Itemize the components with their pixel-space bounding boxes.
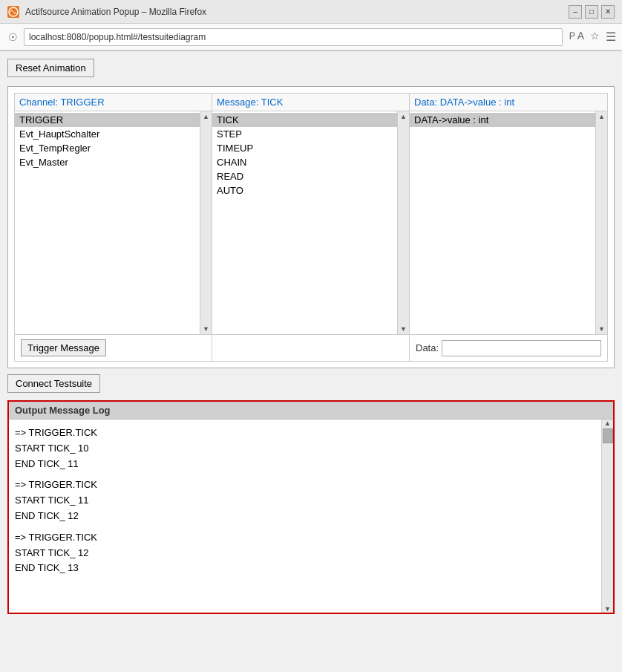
scroll-up-icon[interactable]: ▲ — [400, 113, 407, 120]
log-line: END TICK_ 13 — [15, 561, 595, 576]
data-column: Data: DATA->value : int DATA->value : in… — [410, 94, 607, 334]
log-line: => TRIGGER.TICK — [15, 530, 595, 546]
message-scrollbar[interactable]: ▲ ▼ — [397, 111, 409, 334]
close-button[interactable]: ✕ — [601, 5, 615, 19]
log-group: => TRIGGER.TICKSTART TICK_ 12END TICK_ 1… — [15, 530, 595, 576]
selector-panel: Channel: TRIGGER TRIGGEREvt_HauptSchalte… — [7, 86, 615, 368]
message-list-item[interactable]: READ — [212, 169, 397, 183]
channel-list-item[interactable]: Evt_HauptSchalter — [15, 127, 200, 141]
shield-icon: ☉ — [6, 30, 19, 44]
log-group: => TRIGGER.TICKSTART TICK_ 11END TICK_ 1… — [15, 477, 595, 523]
channel-header: Channel: TRIGGER — [15, 94, 212, 111]
log-line: => TRIGGER.TICK — [15, 425, 595, 441]
connect-testsuite-button[interactable]: Connect Testsuite — [7, 374, 100, 393]
log-line: START TICK_ 12 — [15, 546, 595, 561]
trigger-message-button[interactable]: Trigger Message — [21, 339, 106, 356]
title-bar-left: Actifsource Animation Popup – Mozilla Fi… — [7, 6, 206, 18]
log-line: END TICK_ 11 — [15, 457, 595, 472]
url-input[interactable] — [24, 28, 563, 46]
log-scroll-thumb[interactable] — [603, 428, 613, 443]
log-line: END TICK_ 12 — [15, 509, 595, 524]
selector-bottom-bar: Trigger Message Data: — [14, 335, 608, 362]
output-log-body: => TRIGGER.TICKSTART TICK_ 10END TICK_ 1… — [9, 420, 613, 613]
scroll-down-icon[interactable]: ▼ — [598, 325, 605, 333]
log-line: => TRIGGER.TICK — [15, 477, 595, 493]
output-log-scrollbar[interactable]: ▲ ▼ — [601, 420, 613, 613]
data-header: Data: DATA->value : int — [410, 94, 607, 111]
address-bar-icons: ＰA ☆ ☰ — [567, 30, 616, 44]
message-list-item[interactable]: STEP — [212, 127, 397, 141]
data-input-cell: Data: — [410, 335, 607, 361]
log-group: => TRIGGER.TICKSTART TICK_ 10END TICK_ 1… — [15, 425, 595, 472]
message-list-item[interactable]: TIMEUP — [212, 141, 397, 155]
data-list-item[interactable]: DATA->value : int — [410, 113, 595, 127]
selector-grid: Channel: TRIGGER TRIGGEREvt_HauptSchalte… — [14, 93, 608, 335]
channel-column: Channel: TRIGGER TRIGGEREvt_HauptSchalte… — [15, 94, 212, 334]
output-log-container: Output Message Log => TRIGGER.TICKSTART … — [7, 400, 615, 614]
browser-icon — [7, 6, 19, 18]
data-listbox[interactable]: DATA->value : int — [410, 111, 595, 334]
message-list-inner: TICKSTEPTIMEUPCHAINREADAUTO ▲ ▼ — [212, 111, 409, 334]
channel-list-item[interactable]: Evt_TempRegler — [15, 141, 200, 155]
empty-cell — [212, 335, 410, 361]
data-value-input[interactable] — [442, 340, 601, 356]
channel-scrollbar[interactable]: ▲ ▼ — [200, 111, 212, 334]
output-log-header: Output Message Log — [9, 402, 613, 420]
message-list-item[interactable]: AUTO — [212, 183, 397, 198]
scroll-up-icon[interactable]: ▲ — [203, 113, 209, 120]
scroll-down-icon[interactable]: ▼ — [400, 325, 407, 333]
browser-chrome: Actifsource Animation Popup – Mozilla Fi… — [0, 0, 622, 51]
maximize-button[interactable]: □ — [585, 5, 598, 19]
reset-animation-button[interactable]: Reset Animation — [7, 59, 94, 77]
data-list-inner: DATA->value : int ▲ ▼ — [410, 111, 607, 334]
channel-list-item[interactable]: Evt_Master — [15, 155, 200, 169]
trigger-msg-cell: Trigger Message — [15, 335, 212, 361]
scroll-down-icon[interactable]: ▼ — [203, 325, 209, 333]
message-header: Message: TICK — [212, 94, 409, 111]
data-label: Data: — [416, 342, 439, 353]
log-scroll-up-icon[interactable]: ▲ — [604, 420, 611, 427]
log-line: START TICK_ 11 — [15, 493, 595, 509]
window-title: Actifsource Animation Popup – Mozilla Fi… — [25, 7, 206, 17]
log-scroll-down-icon[interactable]: ▼ — [604, 605, 611, 613]
menu-icon[interactable]: ☰ — [606, 30, 616, 44]
translate-icon[interactable]: ＰA — [567, 30, 584, 44]
output-log-text[interactable]: => TRIGGER.TICKSTART TICK_ 10END TICK_ 1… — [9, 420, 601, 613]
window-controls: – □ ✕ — [569, 5, 615, 19]
minimize-button[interactable]: – — [569, 5, 582, 19]
address-bar: ☉ ＰA ☆ ☰ — [0, 24, 622, 50]
message-listbox[interactable]: TICKSTEPTIMEUPCHAINREADAUTO — [212, 111, 397, 334]
channel-list-item[interactable]: TRIGGER — [15, 113, 200, 127]
scroll-up-icon[interactable]: ▲ — [598, 113, 605, 120]
main-content: Reset Animation Channel: TRIGGER TRIGGER… — [0, 51, 622, 672]
log-line: START TICK_ 10 — [15, 441, 595, 457]
data-scrollbar[interactable]: ▲ ▼ — [595, 111, 607, 334]
message-list-item[interactable]: CHAIN — [212, 155, 397, 169]
channel-list-inner: TRIGGEREvt_HauptSchalterEvt_TempReglerEv… — [15, 111, 212, 334]
channel-listbox[interactable]: TRIGGEREvt_HauptSchalterEvt_TempReglerEv… — [15, 111, 200, 334]
bookmark-icon[interactable]: ☆ — [590, 30, 600, 44]
title-bar: Actifsource Animation Popup – Mozilla Fi… — [0, 0, 622, 24]
message-column: Message: TICK TICKSTEPTIMEUPCHAINREADAUT… — [212, 94, 410, 334]
message-list-item[interactable]: TICK — [212, 113, 397, 127]
